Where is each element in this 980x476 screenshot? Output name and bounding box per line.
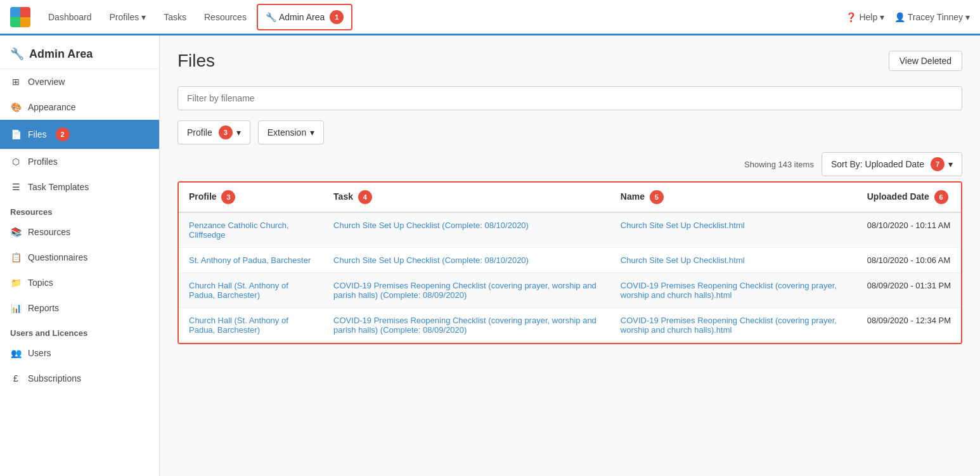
reports-icon: 📊 [10, 303, 22, 313]
annotation-3-header: 3 [221, 190, 235, 204]
sidebar-item-overview[interactable]: ⊞ Overview [0, 69, 159, 94]
help-chevron-icon: ▾ [880, 12, 884, 22]
table-controls: Showing 143 items Sort By: Uploaded Date… [177, 152, 962, 176]
files-table-wrapper: Profile 3 Task 4 Name 5 Uploaded Date [177, 181, 962, 344]
sidebar-item-questionnaires[interactable]: 📋 Questionnaires [0, 245, 159, 270]
dropdown-bar: Profile 3 ▾ Extension ▾ [177, 120, 962, 145]
tasks-icon: ☰ [10, 182, 22, 192]
cell-profile: Church Hall (St. Anthony of Padua, Barch… [179, 273, 323, 308]
sidebar-item-resources[interactable]: 📚 Resources [0, 219, 159, 245]
cell-name: Church Site Set Up Checklist.html [610, 212, 857, 248]
cell-date: 08/10/2020 - 10:11 AM [857, 212, 961, 248]
sidebar-item-appearance[interactable]: 🎨 Appearance [0, 94, 159, 120]
sidebar-item-users[interactable]: 👥 Users [0, 340, 159, 366]
annotation-5: 5 [650, 190, 664, 204]
col-uploaded-date: Uploaded Date 6 [857, 183, 961, 212]
page-title: Files [177, 51, 215, 71]
sidebar-wrench-icon: 🔧 [10, 47, 24, 61]
sidebar: 🔧 Admin Area ⊞ Overview 🎨 Appearance 📄 F… [0, 35, 160, 476]
users-icon: 👥 [10, 348, 22, 358]
sitemap-icon: ⬡ [10, 157, 22, 167]
annotation-1: 1 [330, 10, 344, 24]
annotation-2: 2 [56, 127, 70, 141]
app-logo [10, 7, 30, 27]
clipboard-icon: 📋 [10, 252, 22, 262]
profile-chevron-icon: ▾ [236, 127, 241, 138]
table-row: Church Hall (St. Anthony of Padua, Barch… [179, 273, 961, 308]
profile-dropdown[interactable]: Profile 3 ▾ [177, 120, 250, 145]
nav-dashboard[interactable]: Dashboard [41, 7, 100, 27]
profiles-chevron-icon: ▾ [141, 12, 146, 22]
view-deleted-button[interactable]: View Deleted [889, 51, 962, 71]
subscriptions-icon: £ [10, 373, 22, 383]
nav-admin-area[interactable]: 🔧 Admin Area 1 [257, 4, 352, 30]
resources-section-label: Resources [0, 200, 159, 219]
nav-items: Dashboard Profiles ▾ Tasks Resources 🔧 A… [41, 4, 846, 30]
grid-icon: ⊞ [10, 77, 22, 87]
wrench-icon: 🔧 [266, 12, 276, 22]
sidebar-header: 🔧 Admin Area [0, 35, 159, 69]
help-menu[interactable]: ❓ Help ▾ [846, 12, 884, 22]
sidebar-item-topics[interactable]: 📁 Topics [0, 270, 159, 295]
filter-bar [177, 86, 962, 110]
sort-chevron-icon: ▾ [948, 159, 953, 169]
table-row: Penzance Catholic Church, Cliffsedge Chu… [179, 212, 961, 248]
help-icon: ❓ [846, 12, 856, 22]
book-icon: 📚 [10, 227, 22, 237]
file-icon: 📄 [10, 129, 22, 139]
nav-right: ❓ Help ▾ 👤 Tracey Tinney ▾ [846, 12, 970, 22]
files-table: Profile 3 Task 4 Name 5 Uploaded Date [179, 183, 961, 343]
user-chevron-icon: ▾ [965, 12, 970, 22]
cell-profile: St. Anthony of Padua, Barchester [179, 248, 323, 273]
sidebar-item-subscriptions[interactable]: £ Subscriptions [0, 366, 159, 391]
filename-filter-input[interactable] [177, 86, 962, 110]
user-icon: 👤 [894, 12, 905, 22]
annotation-6: 6 [934, 190, 948, 204]
layout: 🔧 Admin Area ⊞ Overview 🎨 Appearance 📄 F… [0, 35, 980, 476]
cell-date: 08/09/2020 - 01:31 PM [857, 273, 961, 308]
showing-label: Showing 143 items [744, 160, 814, 169]
cell-task: COVID-19 Premises Reopening Checklist (c… [323, 273, 610, 308]
nav-profiles[interactable]: Profiles ▾ [102, 7, 154, 27]
extension-dropdown[interactable]: Extension ▾ [258, 120, 324, 145]
col-name: Name 5 [610, 183, 857, 212]
sort-dropdown[interactable]: Sort By: Uploaded Date 7 ▾ [822, 152, 962, 176]
cell-name: COVID-19 Premises Reopening Checklist (c… [610, 273, 857, 308]
sidebar-item-reports[interactable]: 📊 Reports [0, 295, 159, 321]
folder-icon: 📁 [10, 278, 22, 288]
users-section-label: Users and Licences [0, 321, 159, 340]
main-content: Files View Deleted Profile 3 ▾ Extension… [160, 35, 980, 476]
cell-task: Church Site Set Up Checklist (Complete: … [323, 248, 610, 273]
col-profile: Profile 3 [179, 183, 323, 212]
sidebar-item-files[interactable]: 📄 Files 2 [0, 120, 159, 149]
user-menu[interactable]: 👤 Tracey Tinney ▾ [894, 12, 970, 22]
cell-profile: Penzance Catholic Church, Cliffsedge [179, 212, 323, 248]
annotation-4: 4 [358, 190, 372, 204]
sidebar-item-task-templates[interactable]: ☰ Task Templates [0, 174, 159, 200]
extension-chevron-icon: ▾ [310, 127, 314, 138]
table-row: Church Hall (St. Anthony of Padua, Barch… [179, 308, 961, 343]
nav-tasks[interactable]: Tasks [156, 7, 194, 27]
annotation-3: 3 [219, 125, 233, 139]
cell-name: Church Site Set Up Checklist.html [610, 248, 857, 273]
cell-task: COVID-19 Premises Reopening Checklist (c… [323, 308, 610, 343]
cell-name: COVID-19 Premises Reopening Checklist (c… [610, 308, 857, 343]
col-task: Task 4 [323, 183, 610, 212]
cell-profile: Church Hall (St. Anthony of Padua, Barch… [179, 308, 323, 343]
table-row: St. Anthony of Padua, Barchester Church … [179, 248, 961, 273]
main-header: Files View Deleted [177, 51, 962, 71]
top-nav: Dashboard Profiles ▾ Tasks Resources 🔧 A… [0, 0, 980, 35]
cell-date: 08/09/2020 - 12:34 PM [857, 308, 961, 343]
cell-date: 08/10/2020 - 10:06 AM [857, 248, 961, 273]
nav-resources[interactable]: Resources [197, 7, 254, 27]
sidebar-item-profiles[interactable]: ⬡ Profiles [0, 149, 159, 174]
palette-icon: 🎨 [10, 102, 22, 112]
annotation-7: 7 [931, 157, 945, 171]
cell-task: Church Site Set Up Checklist (Complete: … [323, 212, 610, 248]
